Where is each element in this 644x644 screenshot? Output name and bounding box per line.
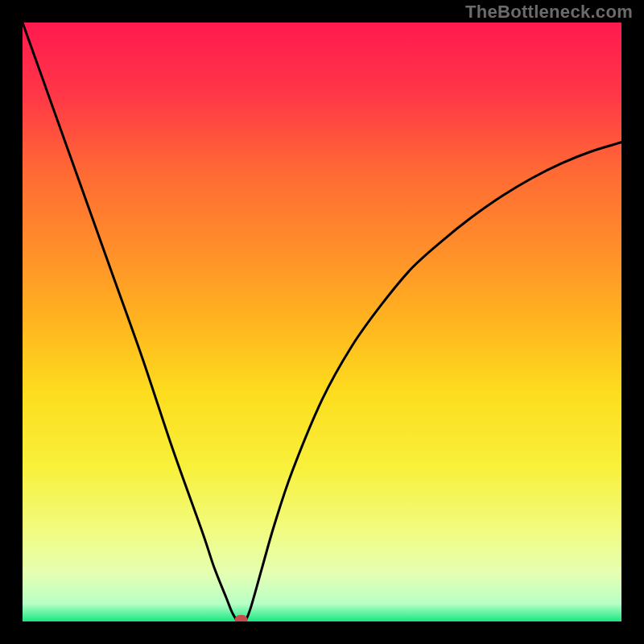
plot-background [23,23,621,621]
watermark-text: TheBottleneck.com [465,2,633,23]
chart-frame: TheBottleneck.com [0,0,644,644]
minimum-marker [235,615,248,621]
chart-svg [23,23,621,621]
plot-area [23,23,621,621]
